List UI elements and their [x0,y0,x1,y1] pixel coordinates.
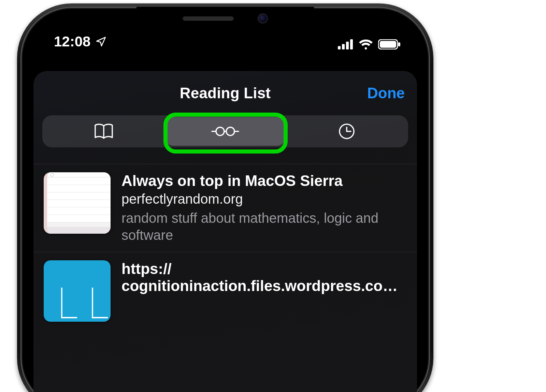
svg-point-8 [226,127,234,135]
tab-reading-list[interactable] [166,117,285,146]
item-thumbnail: ⎿⎿ [44,260,111,322]
statusbar: 12:08 [33,20,417,51]
svg-point-7 [216,127,224,135]
svg-rect-0 [338,46,341,49]
svg-rect-2 [346,42,349,49]
reading-list-item[interactable]: ⎿⎿ https:// cognitioninaction.files.word… [33,252,417,330]
svg-rect-5 [380,41,396,48]
tab-history[interactable] [287,117,406,146]
done-button[interactable]: Done [367,85,405,102]
panel-header: Reading List Done [33,71,417,115]
panel-title: Reading List [180,85,271,102]
clock-icon [338,123,355,140]
location-arrow-icon [95,36,107,47]
segmented-control [42,115,408,147]
statusbar-right [338,39,401,50]
item-domain: perfectlyrandom.org [121,191,407,207]
reading-list: Always on top in MacOS Sierra perfectlyr… [33,164,417,330]
glasses-icon [211,126,240,137]
item-body: https:// cognitioninaction.files.wordpre… [121,260,407,322]
item-title: Always on top in MacOS Sierra [121,172,407,189]
signal-icon [338,39,354,49]
wifi-icon [358,39,373,50]
canvas: 12:08 [0,0,546,392]
reading-list-item[interactable]: Always on top in MacOS Sierra perfectlyr… [33,164,417,252]
item-description: random stuff about mathematics, logic an… [121,209,407,244]
reading-list-panel: Reading List Done [33,71,417,392]
item-thumbnail [44,172,111,234]
tab-bookmarks[interactable] [44,117,164,146]
phone-bezel: 12:08 [20,7,430,392]
screen: 12:08 [33,20,417,392]
svg-rect-6 [398,42,400,46]
svg-rect-1 [342,44,345,49]
svg-rect-3 [350,39,353,49]
battery-icon [378,39,401,49]
book-icon [93,123,114,140]
item-title: https:// cognitioninaction.files.wordpre… [121,260,407,294]
statusbar-time: 12:08 [54,33,90,50]
phone-frame: 12:08 [17,3,433,392]
item-body: Always on top in MacOS Sierra perfectlyr… [121,172,407,244]
statusbar-left: 12:08 [54,33,107,50]
